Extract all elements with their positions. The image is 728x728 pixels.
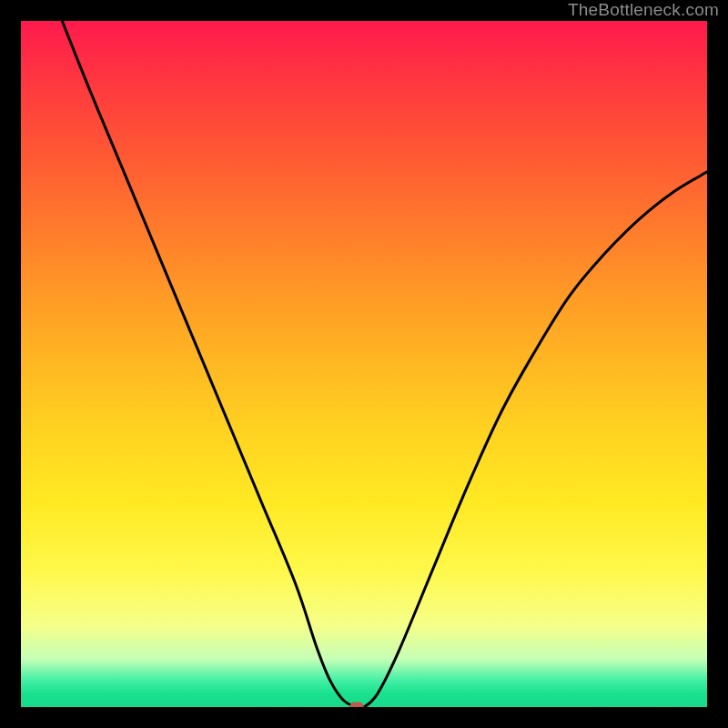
watermark-text: TheBottleneck.com xyxy=(568,0,719,20)
curve-svg xyxy=(21,21,707,707)
optimum-marker xyxy=(350,703,364,708)
plot-area xyxy=(21,21,707,707)
chart-frame: TheBottleneck.com xyxy=(0,0,728,728)
bottleneck-curve xyxy=(62,21,707,707)
